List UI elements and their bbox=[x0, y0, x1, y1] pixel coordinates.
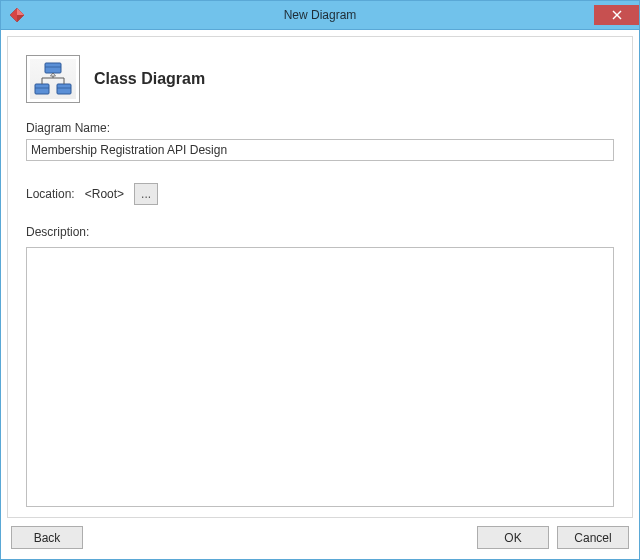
form-panel: Class Diagram Diagram Name: Location: <R… bbox=[7, 36, 633, 518]
back-button[interactable]: Back bbox=[11, 526, 83, 549]
diagram-name-input[interactable] bbox=[26, 139, 614, 161]
location-browse-button[interactable]: ... bbox=[134, 183, 158, 205]
header-section: Class Diagram bbox=[26, 55, 614, 103]
diagram-type-icon bbox=[26, 55, 80, 103]
svg-marker-2 bbox=[17, 15, 24, 22]
diagram-name-label: Diagram Name: bbox=[26, 121, 614, 135]
dialog-window: New Diagram bbox=[0, 0, 640, 560]
svg-rect-5 bbox=[45, 63, 61, 73]
close-button[interactable] bbox=[594, 5, 639, 25]
titlebar: New Diagram bbox=[0, 0, 640, 30]
button-bar: Back OK Cancel bbox=[7, 518, 633, 553]
diagram-type-heading: Class Diagram bbox=[94, 70, 205, 88]
svg-rect-7 bbox=[35, 84, 49, 94]
description-textarea[interactable] bbox=[26, 247, 614, 507]
svg-rect-9 bbox=[57, 84, 71, 94]
description-label: Description: bbox=[26, 225, 614, 239]
client-area: Class Diagram Diagram Name: Location: <R… bbox=[0, 30, 640, 560]
app-icon bbox=[9, 7, 25, 23]
location-row: Location: <Root> ... bbox=[26, 183, 614, 205]
window-title: New Diagram bbox=[1, 8, 639, 22]
close-icon bbox=[612, 10, 622, 20]
location-value: <Root> bbox=[85, 187, 124, 201]
cancel-button[interactable]: Cancel bbox=[557, 526, 629, 549]
ok-button[interactable]: OK bbox=[477, 526, 549, 549]
location-label: Location: bbox=[26, 187, 75, 201]
